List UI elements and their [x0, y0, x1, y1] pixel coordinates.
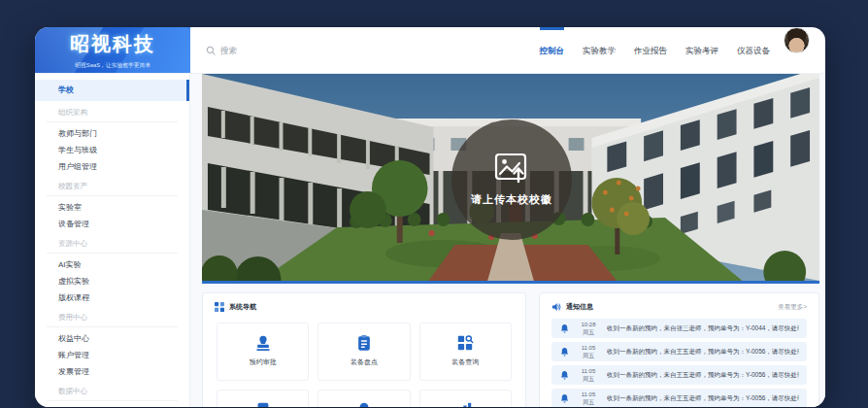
- body: 学校 组织架构 教师与部门 学生与班级 用户组管理 校园资产 实验室 设备管理 …: [35, 74, 825, 407]
- document-icon: [254, 401, 272, 407]
- tab-experiment-teaching[interactable]: 实验教学: [583, 27, 616, 74]
- hero-divider: [202, 281, 819, 284]
- nav-card-grid: 预约审批 装备盘点: [203, 319, 525, 407]
- sidebar-item-teachers-departments[interactable]: 教师与部门: [35, 125, 189, 142]
- sidebar-section-org: 组织架构: [35, 107, 189, 119]
- notice-panel-header: 通知信息 查看更多>: [540, 293, 818, 319]
- dashboard-panels: 系统导航 预约审批: [202, 292, 819, 407]
- nav-card-label: 预约审批: [250, 357, 277, 367]
- image-upload-icon: [494, 153, 529, 184]
- system-navigation-header: 系统导航: [203, 293, 525, 319]
- nav-card-approval[interactable]: 预约审批: [217, 323, 309, 381]
- stamp-icon: [254, 334, 272, 352]
- nav-card-inventory[interactable]: 装备盘点: [317, 323, 410, 381]
- notice-row[interactable]: 11:05 周五 收到一条新的预约，来自王五老师，预约单号为：Y-0056，请尽…: [551, 365, 807, 385]
- notice-row[interactable]: 10:28 周五 收到一条新的预约，来自张三老师，预约单号为：Y-0044，请尽…: [551, 319, 807, 338]
- sidebar-section-expense-center: 费用中心: [35, 312, 189, 323]
- bell-icon: [559, 370, 570, 381]
- sidebar-item-virtual-experiment[interactable]: 虚拟实验: [35, 273, 189, 289]
- sidebar-item-ai-experiment[interactable]: AI实验: [35, 256, 189, 273]
- bell-icon: [559, 323, 570, 334]
- grid-icon: [215, 302, 224, 312]
- clipboard-icon: [355, 334, 373, 352]
- notice-row[interactable]: 11:05 周五 收到一条新的预约，来自王五老师，预约单号为：Y-0056，请尽…: [551, 389, 807, 407]
- panel-title: 系统导航: [229, 302, 256, 312]
- logo-subtitle: 昭视SaaS，让实验教学更简单: [35, 57, 190, 67]
- upload-logo-button[interactable]: 请上传本校校徽: [451, 119, 572, 240]
- sidebar-section-resource-center: 资源中心: [35, 238, 189, 250]
- sidebar-item-benefits-center[interactable]: 权益中心: [35, 330, 189, 347]
- tab-homework-report[interactable]: 作业报告: [634, 27, 667, 74]
- nav-card-partial[interactable]: [419, 390, 512, 407]
- notice-text: 收到一条新的预约，来自王五老师，预约单号为：Y-0056，请尽快处理。: [607, 371, 799, 380]
- divider: [47, 400, 178, 401]
- search-icon: [206, 46, 216, 55]
- bell-icon: [559, 393, 570, 404]
- notice-text: 收到一条新的预约，来自王五老师，预约单号为：Y-0056，请尽快处理。: [607, 348, 799, 357]
- sidebar-item-user-groups[interactable]: 用户组管理: [35, 158, 189, 175]
- notice-time: 11:05 周五: [577, 391, 600, 406]
- view-more-link[interactable]: 查看更多>: [778, 303, 807, 312]
- nav-card-partial[interactable]: [217, 390, 309, 407]
- search-box: [190, 27, 540, 73]
- search-input[interactable]: [220, 46, 385, 55]
- notice-time: 11:05 周五: [577, 367, 600, 383]
- notice-text: 收到一条新的预约，来自王五老师，预约单号为：Y-0056，请尽快处理。: [607, 394, 799, 403]
- nav-card-partial[interactable]: [317, 390, 410, 407]
- divider: [47, 326, 178, 327]
- notice-list: 10:28 周五 收到一条新的预约，来自张三老师，预约单号为：Y-0044，请尽…: [540, 319, 818, 407]
- top-bar: 昭视科技 昭视SaaS，让实验教学更简单 控制台 实验教学 作业报告 实验考评 …: [35, 27, 825, 74]
- page-background: 昭视科技 昭视SaaS，让实验教学更简单 控制台 实验教学 作业报告 实验考评 …: [0, 0, 868, 408]
- app-window: 昭视科技 昭视SaaS，让实验教学更简单 控制台 实验教学 作业报告 实验考评 …: [35, 27, 825, 407]
- chart-icon: [456, 401, 474, 407]
- sidebar-item-equipment-management[interactable]: 设备管理: [35, 216, 189, 232]
- tab-experiment-assessment[interactable]: 实验考评: [685, 27, 718, 74]
- notice-time: 11:05 周五: [577, 344, 600, 359]
- speaker-icon: [551, 302, 561, 312]
- sidebar: 学校 组织架构 教师与部门 学生与班级 用户组管理 校园资产 实验室 设备管理 …: [35, 74, 190, 407]
- tab-console[interactable]: 控制台: [540, 27, 565, 74]
- sidebar-section-data-center: 数据中心: [35, 386, 189, 397]
- bell-icon: [559, 347, 570, 357]
- divider: [47, 195, 178, 196]
- panel-title: 通知信息: [566, 302, 593, 312]
- system-navigation-panel: 系统导航 预约审批: [202, 292, 526, 407]
- notice-panel: 通知信息 查看更多> 10:28 周五: [539, 292, 819, 407]
- divider: [47, 253, 178, 254]
- user-avatar[interactable]: [784, 27, 810, 53]
- app-logo[interactable]: 昭视科技 昭视SaaS，让实验教学更简单: [35, 27, 190, 73]
- grid-search-icon: [456, 334, 474, 352]
- main-content: 请上传本校校徽 系统导航: [190, 74, 825, 407]
- sidebar-item-account-management[interactable]: 账户管理: [35, 347, 189, 363]
- nav-card-query[interactable]: 装备查询: [419, 323, 512, 381]
- nav-card-label: 装备盘点: [351, 357, 378, 367]
- nav-card-label: 装备查询: [451, 357, 479, 367]
- sidebar-item-school[interactable]: 学校: [35, 80, 189, 101]
- notice-time: 10:28 周五: [577, 321, 600, 336]
- divider: [47, 121, 178, 122]
- sidebar-item-invoice-management[interactable]: 发票管理: [35, 363, 189, 380]
- notice-row[interactable]: 11:05 周五 收到一条新的预约，来自王五老师，预约单号为：Y-0056，请尽…: [551, 342, 807, 361]
- campus-photo: 请上传本校校徽: [202, 74, 819, 281]
- logo-title: 昭视科技: [35, 31, 190, 57]
- sidebar-section-campus-assets: 校园资产: [35, 181, 189, 192]
- tab-instrument-equipment[interactable]: 仪器设备: [737, 27, 770, 74]
- notice-text: 收到一条新的预约，来自张三老师，预约单号为：Y-0044，请尽快处理。: [607, 324, 799, 333]
- top-navigation: 控制台 实验教学 作业报告 实验考评 仪器设备: [540, 27, 771, 73]
- sidebar-item-licensed-courses[interactable]: 版权课程: [35, 289, 189, 306]
- sidebar-item-system-overview[interactable]: 系统概况: [35, 404, 189, 407]
- upload-logo-label: 请上传本校校徽: [471, 192, 552, 207]
- sidebar-item-students-classes[interactable]: 学生与班级: [35, 142, 189, 158]
- bell-icon: [355, 401, 373, 407]
- sidebar-item-laboratory[interactable]: 实验室: [35, 199, 189, 216]
